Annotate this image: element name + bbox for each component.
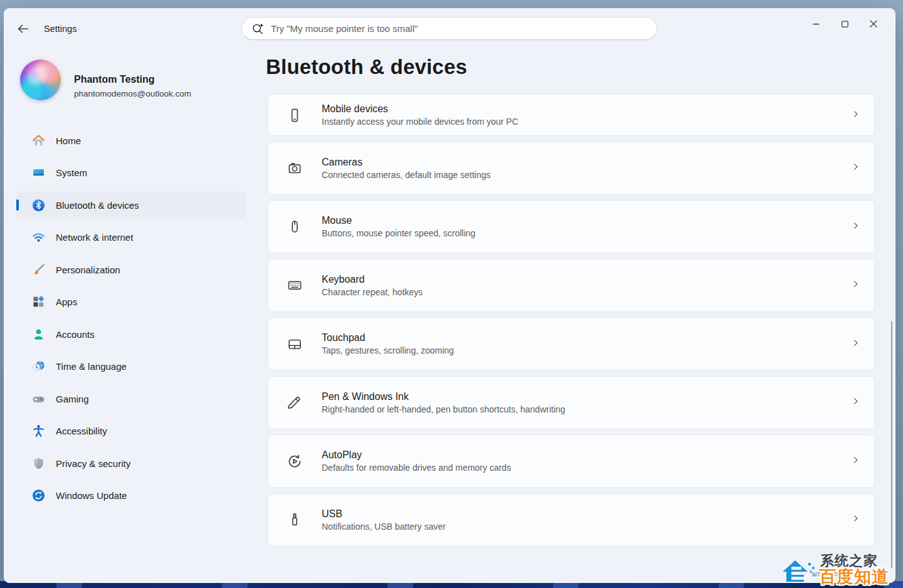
close-icon [870, 20, 877, 28]
sidebar-item-label: Accessibility [56, 426, 107, 436]
sidebar-item-label: Home [56, 135, 81, 146]
minimize-icon [813, 21, 820, 28]
row-title: USB [322, 508, 446, 520]
chevron-right-icon [851, 162, 860, 174]
row-title: Keyboard [322, 274, 423, 285]
sidebar-item-windows-update[interactable]: Windows Update [16, 482, 246, 510]
back-button[interactable] [14, 20, 33, 38]
sidebar-item-label: Privacy & security [56, 458, 130, 469]
profile-name: Phantom Testing [74, 74, 155, 85]
sidebar-item-system[interactable]: System [16, 159, 246, 187]
sidebar-item-apps[interactable]: Apps [16, 288, 246, 316]
row-usb[interactable]: USB Notifications, USB battery saver [268, 493, 875, 547]
sidebar-item-accounts[interactable]: Accounts [16, 320, 246, 348]
row-subtitle: Instantly access your mobile devices fro… [322, 117, 519, 127]
pen-icon [285, 393, 304, 412]
time-language-icon [31, 359, 46, 374]
sidebar-item-label: Bluetooth & devices [56, 200, 139, 211]
window-controls [801, 13, 888, 34]
row-pen-windows-ink[interactable]: Pen & Windows Ink Right-handed or left-h… [268, 376, 875, 429]
sidebar-nav: Home System [16, 127, 246, 510]
avatar [20, 60, 61, 100]
settings-window: Settings Phantom Testing phantomodemos@o… [4, 8, 895, 583]
row-subtitle: Connected cameras, default image setting… [322, 170, 490, 180]
sidebar-item-label: Apps [56, 297, 77, 307]
sidebar-item-network-internet[interactable]: Network & internet [16, 224, 246, 251]
personalization-icon [31, 263, 46, 277]
maximize-icon [842, 21, 848, 28]
mouse-icon [285, 218, 304, 236]
back-arrow-icon [18, 24, 29, 33]
sidebar-item-bluetooth-devices[interactable]: Bluetooth & devices [16, 191, 246, 219]
maximize-button[interactable] [830, 13, 859, 34]
row-autoplay[interactable]: AutoPlay Defaults for removable drives a… [268, 434, 875, 488]
sidebar-item-label: Personalization [56, 265, 120, 275]
row-subtitle: Buttons, mouse pointer speed, scrolling [322, 228, 475, 238]
sidebar-item-privacy-security[interactable]: Privacy & security [16, 449, 246, 477]
touchpad-icon [285, 335, 304, 354]
home-icon [31, 134, 46, 148]
accounts-icon [31, 327, 46, 342]
close-button[interactable] [859, 13, 888, 34]
row-subtitle: Defaults for removable drives and memory… [322, 463, 511, 473]
search-icon [251, 22, 265, 36]
row-mobile-devices[interactable]: Mobile devices Instantly access your mob… [268, 94, 875, 136]
row-subtitle: Right-handed or left-handed, pen button … [322, 404, 565, 414]
row-title: Cameras [322, 157, 490, 168]
sidebar-item-label: Network & internet [56, 232, 133, 243]
row-title: Mouse [322, 215, 475, 226]
row-title: Pen & Windows Ink [322, 391, 565, 402]
row-subtitle: Character repeat, hotkeys [322, 287, 423, 297]
settings-list: Mobile devices Instantly access your mob… [268, 94, 875, 552]
accessibility-icon [31, 424, 46, 438]
chevron-right-icon [851, 338, 860, 350]
chevron-right-icon [851, 455, 860, 467]
chevron-right-icon [851, 397, 860, 409]
profile-email: phantomodemos@outlook.com [74, 89, 191, 98]
row-touchpad[interactable]: Touchpad Taps, gestures, scrolling, zoom… [268, 317, 875, 370]
keyboard-icon [285, 276, 304, 295]
page-title: Bluetooth & devices [266, 55, 467, 79]
autoplay-icon [285, 452, 304, 471]
sidebar-item-home[interactable]: Home [16, 127, 246, 154]
mobile-phone-icon [285, 106, 304, 125]
sidebar-item-accessibility[interactable]: Accessibility [16, 417, 246, 445]
apps-icon [31, 295, 46, 309]
system-icon [31, 165, 46, 180]
sidebar-item-label: Accounts [56, 329, 95, 340]
bluetooth-icon [31, 198, 46, 213]
usb-icon [285, 510, 304, 529]
row-keyboard[interactable]: Keyboard Character repeat, hotkeys [268, 259, 875, 312]
sidebar-item-label: Gaming [56, 394, 89, 404]
chevron-right-icon [851, 280, 860, 291]
sidebar-item-label: Windows Update [56, 490, 127, 501]
camera-icon [285, 159, 304, 177]
row-subtitle: Notifications, USB battery saver [322, 522, 446, 532]
chevron-right-icon [851, 221, 860, 233]
search-box[interactable] [241, 17, 657, 40]
sidebar-item-time-language[interactable]: Time & language [16, 353, 246, 381]
search-input[interactable] [271, 23, 648, 34]
sidebar-item-label: System [56, 167, 87, 178]
row-subtitle: Taps, gestures, scrolling, zooming [322, 345, 454, 355]
vertical-scrollbar[interactable] [891, 321, 893, 568]
sidebar-item-gaming[interactable]: Gaming [16, 385, 246, 412]
sidebar-item-label: Time & language [56, 361, 127, 372]
row-cameras[interactable]: Cameras Connected cameras, default image… [268, 142, 875, 195]
app-title: Settings [44, 24, 77, 34]
minimize-button[interactable] [801, 13, 830, 34]
privacy-security-icon [31, 456, 46, 471]
sidebar-item-personalization[interactable]: Personalization [16, 256, 246, 283]
gaming-icon [31, 392, 46, 406]
network-icon [31, 230, 46, 244]
windows-update-icon [31, 488, 46, 503]
row-title: Touchpad [322, 332, 454, 344]
row-mouse[interactable]: Mouse Buttons, mouse pointer speed, scro… [268, 200, 875, 253]
chevron-right-icon [851, 514, 860, 526]
row-title: AutoPlay [322, 449, 511, 461]
chevron-right-icon [851, 109, 860, 121]
row-title: Mobile devices [322, 103, 519, 115]
